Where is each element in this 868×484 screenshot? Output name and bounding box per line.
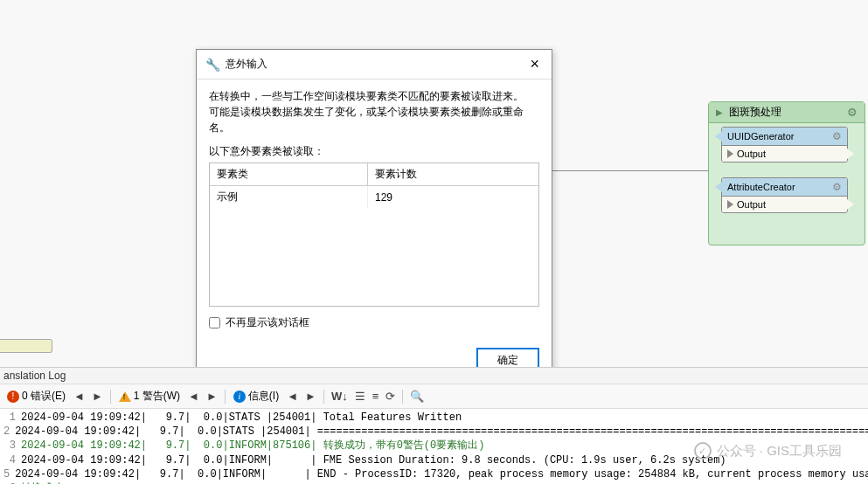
error-icon: ! (7, 391, 19, 403)
connection-line (551, 170, 708, 171)
bookmark-group[interactable]: ▶ 图斑预处理 ⚙ (708, 101, 865, 245)
port-label: Output (737, 199, 766, 210)
translation-log-panel: anslation Log ! 0 错误(E) ◄ ► 1 警告(W) ◄ ► … (0, 367, 868, 484)
canvas-node-peek (0, 339, 52, 353)
separator (323, 390, 324, 404)
warning-icon (119, 391, 131, 402)
transformer-name: UUIDGenerator (727, 131, 794, 142)
next-warning-button[interactable]: ► (204, 390, 220, 403)
log-toolbar: ! 0 错误(E) ◄ ► 1 警告(W) ◄ ► i 信息(I) ◄ ► W↓… (0, 384, 868, 409)
info-filter-button[interactable]: i 信息(I) (230, 387, 282, 405)
bookmark-title: 图斑预处理 (729, 106, 781, 118)
log-panel-title: anslation Log (0, 368, 868, 384)
gear-icon[interactable]: ⚙ (832, 181, 842, 193)
next-error-button[interactable]: ► (89, 390, 106, 403)
transformer-output-port[interactable]: Output (722, 146, 847, 162)
log-line[interactable]: 22024-09-04 19:09:42| 9.7| 0.0|STATS |25… (3, 425, 865, 439)
separator (402, 390, 403, 404)
errors-filter-button[interactable]: ! 0 错误(E) (3, 387, 69, 405)
port-arrow-icon (727, 149, 733, 158)
list-button[interactable]: ☰ (352, 390, 368, 403)
dialog-titlebar[interactable]: 🔧 意外输入 × (197, 50, 552, 80)
port-label: Output (737, 149, 766, 159)
cell-count: 129 (367, 186, 538, 209)
table-header-name[interactable]: 要素类 (210, 163, 367, 186)
dialog-icon: 🔧 (205, 58, 220, 72)
checkbox-input[interactable] (209, 317, 220, 328)
gear-icon[interactable]: ⚙ (847, 106, 858, 119)
log-line[interactable]: 42024-09-04 19:09:42| 9.7| 0.0|INFORM| |… (3, 453, 865, 467)
transformer-header[interactable]: AttributeCreator ⚙ (722, 178, 847, 197)
transformer-name: AttributeCreator (727, 182, 795, 192)
warnings-filter-button[interactable]: 1 警告(W) (115, 387, 184, 405)
toggle-bold-button[interactable]: W↓ (329, 390, 351, 403)
log-line[interactable]: 32024-09-04 19:09:42| 9.7| 0.0|INFORM|87… (3, 439, 865, 453)
port-arrow-icon (727, 200, 733, 209)
prev-warning-button[interactable]: ◄ (185, 390, 202, 403)
list2-button[interactable]: ≡ (370, 390, 382, 403)
log-line[interactable]: 12024-09-04 19:09:42| 9.7| 0.0|STATS |25… (3, 411, 865, 425)
feature-types-table[interactable]: 要素类 要素计数 示例 129 (209, 162, 539, 307)
transformer-attributecreator[interactable]: AttributeCreator ⚙ Output (721, 177, 848, 213)
checkbox-label: 不再显示该对话框 (226, 315, 309, 330)
table-row[interactable]: 示例 129 (210, 186, 538, 209)
search-button[interactable]: 🔍 (407, 390, 427, 403)
prev-error-button[interactable]: ◄ (71, 390, 87, 403)
dialog-message: 在转换中，一些与工作空间读模块要素类不匹配的要素被读取进来。 可能是读模块数据集… (209, 88, 539, 135)
dialog-body: 在转换中，一些与工作空间读模块要素类不匹配的要素被读取进来。 可能是读模块数据集… (197, 80, 552, 339)
dialog-title: 意外输入 (226, 57, 267, 72)
table-header-count[interactable]: 要素计数 (367, 163, 538, 186)
refresh-button[interactable]: ⟳ (383, 390, 398, 403)
dont-show-again-checkbox[interactable]: 不再显示该对话框 (209, 315, 539, 330)
info-icon: i (233, 391, 246, 403)
table-label: 以下意外要素类被读取： (209, 144, 539, 159)
separator (110, 390, 111, 404)
next-info-button[interactable]: ► (302, 390, 319, 403)
bookmark-header[interactable]: ▶ 图斑预处理 ⚙ (709, 102, 865, 123)
prev-info-button[interactable]: ◄ (284, 390, 301, 403)
transformer-header[interactable]: UUIDGenerator ⚙ (722, 128, 847, 146)
log-line[interactable]: 52024-09-04 19:09:42| 9.7| 0.0|INFORM| |… (3, 467, 865, 481)
log-content[interactable]: 12024-09-04 19:09:42| 9.7| 0.0|STATS |25… (0, 409, 868, 484)
transformer-uuidgenerator[interactable]: UUIDGenerator ⚙ Output (721, 127, 848, 162)
close-icon[interactable]: × (526, 55, 543, 73)
separator (225, 390, 226, 404)
expand-icon[interactable]: ▶ (716, 107, 723, 117)
cell-name: 示例 (210, 186, 367, 209)
unexpected-input-dialog: 🔧 意外输入 × 在转换中，一些与工作空间读模块要素类不匹配的要素被读取进来。 … (196, 49, 552, 386)
gear-icon[interactable]: ⚙ (832, 130, 842, 142)
transformer-output-port[interactable]: Output (722, 197, 847, 212)
